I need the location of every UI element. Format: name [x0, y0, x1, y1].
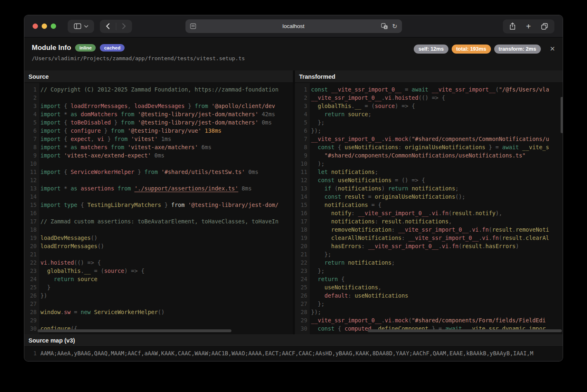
code-line: 27 [26, 300, 293, 308]
line-content: globalThis.__ = (source) => { [311, 102, 415, 110]
line-number: 21 [297, 250, 307, 258]
line-number: 5 [26, 118, 37, 127]
line-number: 22 [297, 258, 307, 267]
code-line: 16 [26, 209, 293, 217]
code-line: 5 }; [297, 118, 563, 127]
share-button[interactable] [509, 22, 516, 30]
new-tab-icon: + [526, 22, 531, 31]
source-horizontal-scrollbar[interactable] [38, 329, 231, 332]
line-content: import * as matchers from 'vitest-axe/ma… [40, 143, 212, 151]
code-line: 3 globalThis.__ = (source) => { [297, 102, 563, 110]
source-code[interactable]: 1// Copyright (C) 2012-2025 Zammad Found… [24, 83, 293, 334]
line-number: 9 [297, 151, 307, 160]
transformed-panel: Transformed 1const __vite_ssr_import_0__… [295, 70, 563, 334]
transformed-vertical-scrollbar[interactable] [561, 97, 563, 133]
transformed-panel-title: Transformed [295, 70, 563, 83]
traffic-lights [33, 23, 56, 29]
line-number: 14 [297, 192, 307, 201]
line-content: vi.hoisted(() => { [40, 258, 101, 267]
line-content: useNotifications, [311, 283, 382, 291]
code-line: 21 [26, 250, 293, 258]
code-line: 26 default: useNotifications [297, 291, 563, 300]
back-button[interactable] [100, 23, 116, 29]
line-number: 16 [297, 209, 307, 217]
sourcemap-mappings: AAMA;AAeA,yBAAG,QAAQ,MAAM;AACf,aAAW,KAAK… [40, 350, 563, 357]
line-content: hasErrors: __vite_ssr_import_0__.vi.fn(r… [311, 242, 519, 250]
line-number: 1 [297, 85, 307, 94]
line-number: 30 [26, 324, 37, 333]
code-line: 10 ); [297, 160, 563, 168]
source-panel-title: Source [24, 70, 293, 83]
code-line: 18 [26, 225, 293, 234]
code-line: 2 [26, 94, 293, 102]
sidebar-toggle-button[interactable] [68, 20, 94, 33]
code-panels: Source 1// Copyright (C) 2012-2025 Zamma… [24, 70, 563, 334]
address-right-icons: ↻ [381, 23, 397, 29]
address-text[interactable]: localhost [185, 23, 402, 29]
code-line: 18 removeNotification: __vite_ssr_import… [297, 225, 563, 234]
code-line: 25 } [26, 283, 293, 291]
transformed-horizontal-scrollbar[interactable] [368, 329, 562, 332]
line-number: 29 [297, 316, 307, 324]
code-line: 1// Copyright (C) 2012-2025 Zammad Found… [26, 85, 293, 94]
line-number: 3 [297, 102, 307, 110]
forward-icon [122, 23, 126, 29]
close-button[interactable]: ✕ [549, 45, 556, 53]
line-content: const { useNotifications: originalUseNot… [311, 143, 549, 151]
line-number: 17 [26, 217, 37, 225]
code-line: 14 const result = originalUseNotificatio… [297, 192, 563, 201]
line-content: import * as assertions from './support/a… [40, 184, 252, 192]
line-number: 21 [26, 250, 37, 258]
code-line: 15import type { TestingLibraryMatchers }… [26, 201, 293, 209]
traffic-light-minimize[interactable] [42, 23, 47, 29]
line-number: 6 [297, 127, 307, 135]
code-line: 7import { expect, vi } from 'vitest' 1ms [26, 135, 293, 143]
toolbar-right: + [503, 19, 554, 33]
line-number: 18 [26, 225, 37, 234]
line-content: return notifications; [311, 258, 395, 267]
line-number: 25 [26, 283, 37, 291]
code-line: 6import { configure } from '@testing-lib… [26, 127, 293, 135]
traffic-light-maximize[interactable] [51, 23, 56, 29]
page-icon[interactable] [190, 23, 196, 29]
code-line: 7__vite_ssr_import_0__.vi.mock("#shared/… [297, 135, 563, 143]
code-line: 8import * as matchers from 'vitest-axe/m… [26, 143, 293, 151]
new-tab-button[interactable]: + [526, 22, 531, 31]
line-content: __vite_ssr_import_0__.vi.hoisted(() => { [311, 94, 445, 102]
line-number: 24 [297, 275, 307, 283]
line-content: // Copyright (C) 2012-2025 Zammad Founda… [40, 85, 278, 94]
tabs-overview-button[interactable] [541, 23, 548, 30]
line-number: 22 [26, 258, 37, 267]
line-number: 25 [297, 283, 307, 291]
code-line: 9 "#shared/components/CommonNotification… [297, 151, 563, 160]
address-bar[interactable]: localhost ↻ [185, 19, 402, 33]
history-buttons [100, 20, 132, 33]
code-line: 22vi.hoisted(() => { [26, 258, 293, 267]
reload-button[interactable]: ↻ [392, 23, 397, 29]
line-number: 17 [297, 217, 307, 225]
line-content: import { loadErrorMessages, loadDevMessa… [40, 102, 275, 110]
line-number: 15 [26, 201, 37, 209]
traffic-light-close[interactable] [33, 23, 38, 29]
translate-icon[interactable] [381, 23, 388, 29]
line-content: __vite_ssr_import_0__.vi.mock("#shared/c… [311, 135, 549, 143]
code-line: 17 notifications: result.notifications, [297, 217, 563, 225]
forward-button[interactable] [116, 23, 132, 29]
module-info-header: Module Info inline cached /Users/vladimi… [24, 38, 563, 70]
line-number: 26 [26, 291, 37, 300]
line-number: 10 [297, 160, 307, 168]
line-content: "#shared/components/CommonNotifications/… [311, 151, 526, 160]
code-line: 14 [26, 192, 293, 201]
transform-time-badge: transform: 2ms [494, 45, 541, 54]
chevron-down-icon [84, 25, 88, 28]
line-number: 8 [297, 143, 307, 151]
line-number: 23 [297, 267, 307, 275]
code-line: 13 if (notifications) return notificatio… [297, 184, 563, 192]
line-content: }; [311, 300, 325, 308]
code-line: 23 globalThis.__ = (source) => { [26, 267, 293, 275]
transformed-code[interactable]: 1const __vite_ssr_import_0__ = await __v… [295, 83, 563, 334]
line-content: notifications = { [311, 201, 382, 209]
line-content: }); [311, 308, 321, 316]
line-content: removeNotification: __vite_ssr_import_0_… [311, 225, 549, 234]
code-line: 12 const useNotifications = () => { [297, 176, 563, 184]
